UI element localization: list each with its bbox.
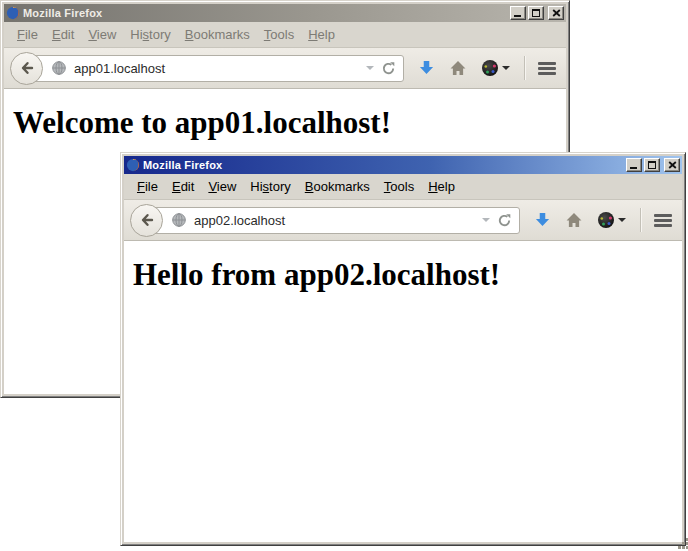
firefox-logo-icon	[126, 158, 140, 172]
toolbar-separator	[640, 208, 641, 232]
menu-history[interactable]: History	[243, 177, 297, 196]
titlebar[interactable]: Mozilla Firefox	[124, 156, 682, 174]
site-globe-icon[interactable]	[171, 212, 187, 228]
maximize-button[interactable]	[644, 158, 660, 172]
home-button[interactable]	[449, 60, 467, 76]
navigation-toolbar: app01.localhost	[4, 47, 566, 89]
maximize-button[interactable]	[528, 6, 544, 20]
firefox-logo-icon	[6, 6, 20, 20]
window-title: Mozilla Firefox	[23, 7, 507, 19]
hamburger-menu-icon	[538, 62, 556, 65]
menu-bookmarks[interactable]: Bookmarks	[298, 177, 377, 196]
download-button[interactable]	[418, 60, 435, 76]
close-button[interactable]	[664, 158, 680, 172]
menu-edit[interactable]: Edit	[165, 177, 201, 196]
window-title: Mozilla Firefox	[143, 159, 623, 171]
download-button[interactable]	[534, 212, 551, 228]
back-icon	[139, 212, 155, 228]
menu-tools[interactable]: Tools	[257, 25, 301, 44]
download-icon	[418, 60, 435, 76]
menu-bookmarks[interactable]: Bookmarks	[178, 25, 257, 44]
menu-button[interactable]	[654, 214, 672, 227]
menubar: FileEditViewHistoryBookmarksToolsHelp	[4, 22, 566, 47]
page-content: Hello from app02.localhost!	[124, 241, 682, 542]
back-button[interactable]	[10, 52, 43, 85]
back-button[interactable]	[130, 204, 163, 237]
addon-dropdown-icon[interactable]	[502, 66, 510, 70]
reload-icon	[381, 61, 396, 76]
url-text[interactable]: app02.localhost	[194, 213, 475, 228]
menubar: FileEditViewHistoryBookmarksToolsHelp	[124, 174, 682, 199]
menu-help[interactable]: Help	[421, 177, 462, 196]
window-controls	[510, 6, 564, 20]
back-icon	[19, 60, 35, 76]
menu-file[interactable]: File	[10, 25, 45, 44]
home-button[interactable]	[565, 212, 583, 228]
close-icon	[668, 161, 677, 169]
firefox-window-app02: Mozilla Firefox FileEditViewHistoryBookm…	[120, 152, 686, 546]
url-text[interactable]: app01.localhost	[74, 61, 359, 76]
maximize-icon	[532, 9, 540, 17]
minimize-button[interactable]	[510, 6, 526, 20]
addon-icon	[597, 211, 615, 229]
home-icon	[449, 60, 467, 76]
addon-icon	[481, 59, 499, 77]
menu-history[interactable]: History	[123, 25, 177, 44]
download-icon	[534, 212, 551, 228]
menu-file[interactable]: File	[130, 177, 165, 196]
addon-button[interactable]	[481, 59, 510, 77]
close-icon	[552, 9, 561, 17]
reload-button[interactable]	[497, 213, 512, 228]
menu-button[interactable]	[538, 62, 556, 75]
site-globe-icon[interactable]	[51, 60, 67, 76]
titlebar[interactable]: Mozilla Firefox	[4, 4, 566, 22]
close-button[interactable]	[548, 6, 564, 20]
maximize-icon	[648, 161, 656, 169]
toolbar-separator	[524, 56, 525, 80]
menu-view[interactable]: View	[81, 25, 123, 44]
urlbar-dropdown-icon[interactable]	[366, 66, 374, 70]
menu-view[interactable]: View	[201, 177, 243, 196]
resize-grip-icon[interactable]	[678, 538, 681, 541]
reload-button[interactable]	[381, 61, 396, 76]
page-heading: Hello from app02.localhost!	[133, 257, 682, 293]
home-icon	[565, 212, 583, 228]
reload-icon	[497, 213, 512, 228]
navigation-toolbar: app02.localhost	[124, 199, 682, 241]
menu-help[interactable]: Help	[301, 25, 342, 44]
addon-button[interactable]	[597, 211, 626, 229]
url-bar[interactable]: app02.localhost	[146, 207, 520, 234]
menu-tools[interactable]: Tools	[377, 177, 421, 196]
minimize-icon	[630, 167, 637, 169]
urlbar-dropdown-icon[interactable]	[482, 218, 490, 222]
hamburger-menu-icon	[654, 214, 672, 217]
page-heading: Welcome to app01.localhost!	[13, 105, 566, 141]
window-controls	[626, 158, 680, 172]
minimize-button[interactable]	[626, 158, 642, 172]
minimize-icon	[514, 15, 521, 17]
menu-edit[interactable]: Edit	[45, 25, 81, 44]
addon-dropdown-icon[interactable]	[618, 218, 626, 222]
url-bar[interactable]: app01.localhost	[26, 55, 404, 82]
